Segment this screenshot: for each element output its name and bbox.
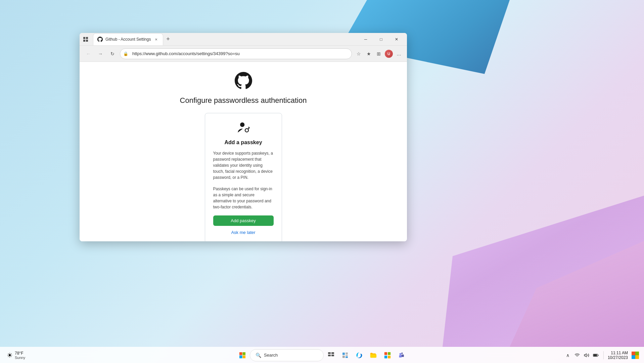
notification-icon[interactable] [631,351,640,360]
svg-rect-22 [388,352,390,355]
collections-icon[interactable]: ⊞ [375,50,383,58]
wifi-icon[interactable] [574,352,581,359]
profile-icon[interactable]: U [385,50,393,58]
svg-rect-19 [342,356,345,358]
ms-store-button[interactable] [381,349,394,362]
address-bar-wrapper[interactable]: 🔒 https://www.github.com/accounts/settin… [120,48,352,59]
taskbar-right: ∧ 11:11 [564,351,640,360]
svg-rect-1 [86,37,88,39]
task-view-button[interactable] [324,349,338,362]
browser-tab-active[interactable]: Github - Account Settings ✕ [93,33,163,45]
svg-marker-27 [584,354,586,357]
browser-window: Github - Account Settings ✕ + ─ □ ✕ ← → … [80,33,407,241]
svg-rect-13 [331,352,334,354]
svg-rect-3 [86,40,88,42]
file-explorer-button[interactable] [367,349,380,362]
forward-button[interactable]: → [96,49,105,58]
card-description-1: Your device supports passkeys, a passwor… [213,150,274,180]
minimize-button[interactable]: ─ [358,33,373,46]
svg-line-6 [248,127,249,129]
lock-icon: 🔒 [123,51,128,56]
svg-rect-23 [384,355,387,358]
passkey-icon [237,121,250,136]
url-input[interactable]: https://www.github.com/accounts/settings… [120,48,352,59]
svg-rect-8 [239,352,242,355]
widgets-button[interactable] [338,349,352,362]
more-button[interactable]: … [395,50,403,58]
title-bar: Github - Account Settings ✕ + ─ □ ✕ [80,33,407,46]
weather-temp: 78°F [15,351,25,356]
weather-info: 78°F Sunny [15,351,25,360]
taskbar: ☀ 78°F Sunny 🔍 Search [0,347,644,363]
github-logo [235,72,252,91]
search-bar[interactable]: 🔍 Search [250,349,324,361]
back-button[interactable]: ← [84,49,93,58]
svg-rect-10 [239,355,242,358]
svg-point-25 [400,353,402,355]
browser-content: Configure passwordless authentication Ad… [80,62,407,241]
maximize-button[interactable]: □ [373,33,389,46]
tray-divider [603,351,604,359]
battery-icon[interactable] [593,352,599,359]
close-button[interactable]: ✕ [389,33,404,46]
passkey-card: Add a passkey Your device supports passk… [205,113,282,241]
svg-line-7 [248,127,249,128]
svg-rect-17 [346,353,348,354]
taskbar-center: 🔍 Search [236,349,408,362]
svg-rect-9 [243,352,246,355]
favorites-icon[interactable]: ★ [365,50,373,58]
card-title: Add a passkey [224,139,262,146]
svg-point-4 [240,122,244,127]
svg-rect-16 [342,353,345,355]
star-add-icon[interactable]: ☆ [355,50,363,58]
start-button[interactable] [236,349,249,362]
weather-icon: ☀ [7,351,13,359]
svg-rect-21 [384,352,387,355]
svg-rect-29 [598,355,598,356]
svg-rect-20 [346,356,348,358]
edge-button[interactable] [353,349,366,362]
svg-rect-30 [593,354,597,356]
search-placeholder: Search [264,353,278,358]
tab-bar: Github - Account Settings ✕ + [93,33,355,45]
svg-rect-18 [346,355,348,356]
tray-chevron-icon[interactable]: ∧ [564,352,571,359]
svg-point-5 [245,129,248,132]
tab-label: Github - Account Settings [105,37,151,42]
tab-close-button[interactable]: ✕ [153,37,159,42]
volume-icon[interactable] [583,352,590,359]
svg-rect-11 [243,355,246,358]
weather-widget[interactable]: ☀ 78°F Sunny [4,350,28,361]
clock-time: 11:11 AM [608,351,628,355]
add-passkey-button[interactable]: Add passkey [213,215,274,226]
window-controls: ─ □ ✕ [358,33,404,46]
address-right-icons: ☆ ★ ⊞ U … [355,50,403,58]
card-description-2: Passkeys can be used for sign-in as a si… [213,186,274,210]
refresh-button[interactable]: ↻ [108,49,117,58]
svg-rect-24 [388,355,390,358]
teams-button[interactable] [395,349,408,362]
profile-avatar: U [385,50,393,58]
svg-rect-15 [331,355,334,356]
new-tab-button[interactable]: + [163,35,173,44]
tray-icons: ∧ [564,352,571,359]
search-icon: 🔍 [256,353,261,358]
address-bar: ← → ↻ 🔒 https://www.github.com/accounts/… [80,46,407,62]
weather-desc: Sunny [15,356,25,360]
clock-date: 10/27/2023 [608,355,628,360]
github-favicon [97,37,103,42]
svg-rect-2 [83,40,85,42]
ask-me-later-link[interactable]: Ask me later [231,230,255,235]
clock[interactable]: 11:11 AM 10/27/2023 [608,351,628,360]
page-title: Configure passwordless authentication [180,96,307,105]
tab-grid-icon [82,36,89,43]
svg-rect-12 [328,352,331,354]
svg-rect-14 [328,355,331,356]
svg-rect-0 [83,37,85,39]
